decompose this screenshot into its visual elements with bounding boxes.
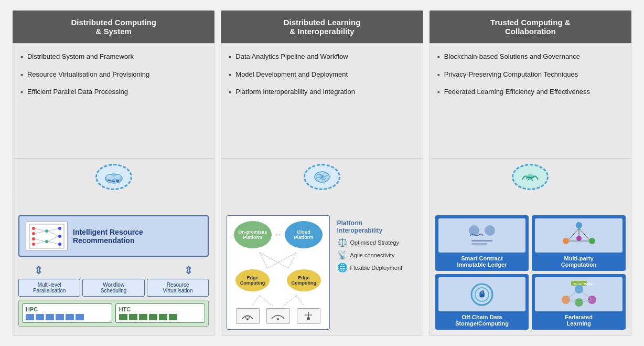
sub-boxes-row: Multi-levelParallelisation WorkflowSched… bbox=[18, 279, 209, 297]
svg-point-53 bbox=[576, 222, 582, 228]
irr-image bbox=[26, 222, 68, 250]
col3-chevron bbox=[430, 195, 631, 210]
col2-bottom: On-premisesPlatform ↔ CloudPlatform bbox=[221, 210, 423, 335]
svg-point-39 bbox=[277, 318, 279, 320]
svg-line-35 bbox=[260, 296, 273, 306]
svg-point-2 bbox=[114, 174, 121, 180]
htc-label: HTC bbox=[119, 306, 202, 312]
irr-label: Intelligent ResourceRecommendation bbox=[73, 228, 143, 245]
svg-point-11 bbox=[32, 237, 35, 240]
col3-bullet-2: Privacy-Preserving Computation Technique… bbox=[437, 70, 624, 80]
arrow-right: ⇕ bbox=[184, 264, 193, 277]
tc-grid: Smart ContractImmutable Ledger bbox=[435, 215, 626, 330]
svg-point-56 bbox=[576, 236, 582, 241]
col2-bullet-1: Data Analytics Pipeline and Workflow bbox=[229, 52, 415, 62]
col1-bottom: Intelligent ResourceRecommendation ⇕ ⇕ M… bbox=[13, 210, 214, 335]
column-2: Distributed Learning& Interoperability D… bbox=[221, 11, 423, 335]
col3-top: Blockchain-based Solutions and Governanc… bbox=[430, 43, 631, 159]
irr-box: Intelligent ResourceRecommendation bbox=[18, 215, 209, 257]
svg-line-34 bbox=[252, 296, 260, 306]
svg-point-12 bbox=[32, 243, 35, 246]
edge-computing-1: EdgeComputing bbox=[235, 269, 270, 291]
svg-point-13 bbox=[45, 229, 48, 233]
pi-item-1: ⚖️ Optimised Strategy bbox=[337, 237, 413, 247]
svg-line-33 bbox=[288, 253, 296, 268]
pi-item-2: 📡 Agile connectivity bbox=[337, 250, 413, 260]
col1-bullet-3: Efficient Parallel Data Processing bbox=[20, 87, 207, 98]
svg-rect-51 bbox=[471, 243, 487, 245]
col2-bullet-3: Platform Interoperability and Integratio… bbox=[229, 87, 415, 98]
pi-label-2: Agile connectivity bbox=[350, 252, 395, 258]
lines-container2 bbox=[232, 296, 324, 306]
offchain-img bbox=[438, 277, 526, 311]
pi-title: PlatformInteroperability bbox=[337, 219, 413, 234]
column-3: Trusted Computing &Collaboration Blockch… bbox=[430, 11, 631, 335]
svg-marker-6 bbox=[14, 195, 213, 210]
column-1: Distributed Computing& System Distribute… bbox=[13, 11, 214, 335]
pi-label-3: Flexible Deployment bbox=[350, 265, 403, 271]
htc-server-icons bbox=[119, 314, 202, 320]
sensor-row bbox=[232, 308, 324, 324]
sensor-1 bbox=[236, 308, 260, 324]
platform-edge-row: EdgeComputing EdgeComputing bbox=[232, 269, 324, 291]
col1-icon-row bbox=[13, 159, 214, 195]
col2-chevron bbox=[221, 195, 423, 210]
svg-point-55 bbox=[589, 238, 595, 244]
multiparty-label: Multi-partyComputation bbox=[561, 255, 597, 268]
svg-line-30 bbox=[260, 253, 267, 268]
sub-box-workflow: WorkflowScheduling bbox=[82, 279, 144, 297]
main-container: Distributed Computing& System Distribute… bbox=[13, 11, 631, 335]
tc-card-offchain: Off-Chain DataStorage/Computing bbox=[435, 274, 529, 330]
svg-rect-50 bbox=[471, 240, 492, 242]
arrow-left: ⇕ bbox=[34, 264, 43, 277]
svg-line-36 bbox=[283, 296, 296, 306]
svg-point-42 bbox=[307, 317, 310, 320]
multiparty-img: f bbox=[535, 218, 622, 253]
svg-point-38 bbox=[246, 318, 249, 320]
col1-bullet-2: Resource Virtualisation and Provisioning bbox=[20, 70, 207, 80]
lines-container bbox=[232, 253, 324, 268]
scale-icon: ⚖️ bbox=[337, 237, 348, 247]
col1-bullet-1: Distributed System and Framework bbox=[20, 52, 207, 62]
svg-point-14 bbox=[45, 240, 48, 243]
hpc-box: HPC bbox=[22, 303, 112, 323]
col2-bullet-2: Model Development and Deployment bbox=[229, 70, 415, 80]
svg-text:Super Model: Super Model bbox=[574, 282, 593, 286]
deploy-icon: 🌐 bbox=[337, 263, 348, 272]
svg-rect-67 bbox=[480, 293, 484, 297]
hpc-server-icons bbox=[26, 314, 109, 320]
col2-brain-icon bbox=[304, 164, 340, 190]
svg-line-31 bbox=[260, 253, 288, 268]
col3-handshake-icon bbox=[512, 164, 549, 190]
federated-label: FederatedLearning bbox=[565, 314, 593, 327]
svg-rect-3 bbox=[108, 180, 111, 181]
svg-point-16 bbox=[58, 235, 61, 238]
col2-icon-row bbox=[221, 159, 423, 195]
col1-cloud-icon bbox=[95, 164, 132, 190]
col3-header: Trusted Computing &Collaboration bbox=[430, 11, 631, 43]
sub-box-virtualisation: ResourceVirtualisation bbox=[147, 279, 209, 297]
htc-box: HTC bbox=[115, 303, 206, 323]
svg-point-10 bbox=[32, 232, 35, 235]
cloud-platform-node: CloudPlatform bbox=[285, 221, 323, 248]
svg-line-37 bbox=[296, 296, 304, 306]
col3-bottom: Smart ContractImmutable Ledger bbox=[430, 210, 631, 335]
platform-diagram: On-premisesPlatform ↔ CloudPlatform bbox=[227, 215, 329, 330]
col3-icon-row bbox=[430, 159, 631, 195]
svg-marker-29 bbox=[222, 195, 422, 210]
svg-point-28 bbox=[321, 176, 323, 178]
svg-marker-46 bbox=[431, 195, 630, 210]
sensor-2 bbox=[266, 308, 290, 324]
platform-interop: PlatformInteroperability ⚖️ Optimised St… bbox=[333, 215, 417, 330]
tc-card-smart-contract: Smart ContractImmutable Ledger bbox=[435, 215, 529, 271]
connect-arrows: ↔ bbox=[274, 221, 282, 248]
smart-contract-img bbox=[438, 218, 526, 253]
hpc-label: HPC bbox=[26, 306, 109, 312]
federated-img: Super Model bbox=[535, 277, 622, 311]
pi-item-3: 🌐 Flexible Deployment bbox=[337, 263, 413, 272]
svg-rect-47 bbox=[461, 220, 503, 251]
col3-bullet-3: Federated Learning Efficiency and Effect… bbox=[437, 87, 624, 98]
platform-top-row: On-premisesPlatform ↔ CloudPlatform bbox=[232, 221, 324, 248]
col2-bottom-inner: On-premisesPlatform ↔ CloudPlatform bbox=[227, 215, 417, 330]
hpc-htc-row: HPC HTC bbox=[18, 300, 209, 327]
